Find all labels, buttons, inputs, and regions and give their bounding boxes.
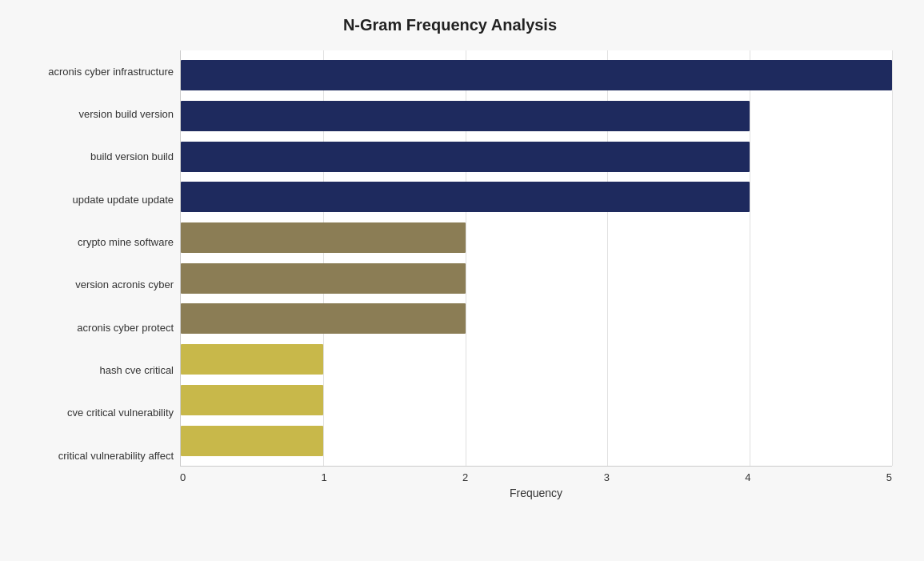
y-label: update update update bbox=[72, 178, 174, 221]
bar-row bbox=[181, 138, 892, 175]
bar-row bbox=[181, 341, 892, 378]
y-label: critical vulnerability affect bbox=[58, 435, 174, 477]
bar-row bbox=[181, 300, 892, 337]
bar-row bbox=[181, 98, 892, 134]
x-tick: 1 bbox=[322, 471, 327, 483]
bars-and-xaxis: 012345 Frequency bbox=[180, 50, 892, 499]
bars-wrapper bbox=[180, 50, 892, 467]
y-label: acronis cyber infrastructure bbox=[48, 50, 174, 93]
y-label: crypto mine software bbox=[78, 221, 174, 263]
bar bbox=[181, 60, 892, 90]
y-label: cve critical vulnerability bbox=[67, 391, 174, 434]
bar-row bbox=[181, 178, 892, 215]
bar bbox=[181, 222, 466, 253]
bar bbox=[181, 385, 323, 415]
x-axis: 012345 bbox=[180, 467, 892, 483]
bar-row bbox=[181, 219, 892, 256]
y-labels: acronis cyber infrastructureversion buil… bbox=[8, 50, 180, 499]
bar bbox=[181, 101, 750, 131]
y-label: hash cve critical bbox=[100, 349, 174, 391]
bar bbox=[181, 182, 750, 212]
x-tick: 0 bbox=[180, 471, 186, 483]
bars-rows bbox=[181, 50, 892, 466]
bar-row bbox=[181, 260, 892, 297]
x-tick: 3 bbox=[604, 471, 610, 483]
y-label: build version build bbox=[90, 136, 174, 178]
bar bbox=[181, 344, 323, 375]
bar bbox=[181, 426, 323, 456]
bar bbox=[181, 263, 466, 294]
bar bbox=[181, 303, 466, 334]
x-tick: 2 bbox=[462, 471, 468, 483]
bar-row bbox=[181, 382, 892, 419]
chart-title: N-Gram Frequency Analysis bbox=[8, 16, 892, 34]
bar-row bbox=[181, 423, 892, 459]
y-label: version acronis cyber bbox=[75, 263, 174, 306]
grid-line bbox=[892, 50, 893, 466]
x-tick: 4 bbox=[745, 471, 750, 483]
y-label: acronis cyber protect bbox=[77, 307, 174, 349]
chart-container: N-Gram Frequency Analysis acronis cyber … bbox=[0, 0, 924, 561]
chart-area: acronis cyber infrastructureversion buil… bbox=[8, 50, 892, 499]
y-label: version build version bbox=[78, 93, 174, 135]
x-axis-label: Frequency bbox=[180, 487, 892, 499]
x-tick: 5 bbox=[886, 471, 892, 483]
bar-row bbox=[181, 57, 892, 94]
bar bbox=[181, 142, 750, 172]
